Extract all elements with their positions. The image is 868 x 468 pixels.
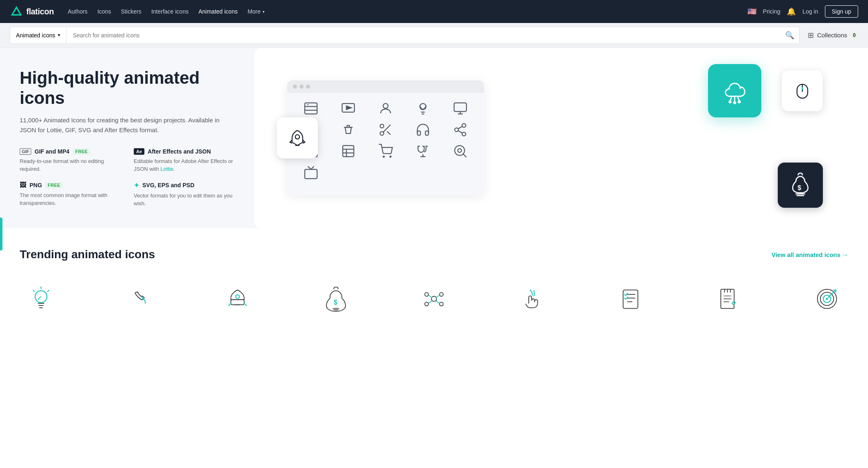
trending-section: Trending animated icons View all animate… [0,228,868,333]
mouse-icon-card[interactable] [782,70,823,111]
gif-free-badge: FREE [73,148,90,155]
grid-icon: ⊞ [808,31,814,40]
notification-bell-icon[interactable]: 🔔 [787,7,796,16]
feature-ae-desc: Editable formats for Adobe After Effects… [134,157,235,173]
feature-ae: Ae After Effects and JSON Editable forma… [134,148,235,173]
cloud-svg [720,76,749,106]
trending-icons-row: $ [20,278,848,320]
grid-icon-share[interactable] [451,121,469,139]
nav-icons[interactable]: Icons [93,6,115,17]
trending-icon-network[interactable] [413,278,455,320]
target-svg [812,284,842,314]
search-input-wrap: 🔍 [66,27,799,44]
grid-icon-computer[interactable] [451,99,469,117]
feature-gif-title: GIF GIF and MP4 FREE [20,148,121,155]
svg-point-14 [380,132,384,135]
hand-svg [518,284,547,314]
grid-icon-cart[interactable] [377,142,395,160]
svg-line-65 [436,295,440,298]
svg-point-62 [425,302,429,306]
trending-icon-network-box [419,284,449,314]
nav-links: Authors Icons Stickers Interface icons A… [64,6,744,17]
search-category-label: Animated icons [16,32,55,39]
signup-button[interactable]: Sign up [825,5,858,18]
ae-badge-icon: Ae [134,148,144,155]
grid-icon-person[interactable] [377,99,395,117]
trending-icon-checklist-box [616,284,645,314]
grid-icon-tv[interactable] [302,163,320,181]
feature-ae-title: Ae After Effects and JSON [134,148,235,155]
hero-right: $ [254,48,868,228]
svg-line-35 [730,96,732,101]
rocket-icon-card[interactable] [277,117,318,158]
grid-icon-scissors[interactable] [377,121,395,139]
grid-icon-trophy[interactable] [414,142,432,160]
trending-icon-target[interactable] [806,278,848,320]
svg-line-51 [33,290,34,291]
lottie-link[interactable]: Lottie [160,166,174,172]
svg-line-33 [463,154,466,157]
phone-svg [125,284,154,314]
svg-rect-10 [454,103,466,112]
nav-authors[interactable]: Authors [64,6,91,17]
svg-line-16 [387,131,391,135]
nav-stickers[interactable]: Stickers [117,6,146,17]
svg-rect-2 [305,103,317,114]
svg-point-32 [458,149,461,152]
pricing-link[interactable]: Pricing [763,8,781,15]
trending-icon-bulb[interactable] [20,278,62,320]
trending-icon-notes[interactable] [708,278,750,320]
search-category-dropdown[interactable]: Animated icons ▾ [10,27,66,44]
search-button[interactable]: 🔍 [780,27,799,44]
feature-gif-desc: Ready-to-use format with no editing requ… [20,157,121,173]
trending-icon-rocket[interactable] [216,278,259,320]
language-flag-icon[interactable]: 🇺🇸 [747,7,756,16]
money-bag-svg: $ [787,172,813,198]
feature-gif: GIF GIF and MP4 FREE Ready-to-use format… [20,148,121,173]
browser-dots [287,80,484,93]
trending-icon-phone[interactable] [118,278,161,320]
nav-more[interactable]: More ▾ [243,6,269,17]
trending-header: Trending animated icons View all animate… [20,248,848,261]
grid-icon-play[interactable] [339,99,357,117]
logo[interactable]: flaticon [10,5,54,18]
svg-point-54 [236,295,240,298]
rocket-svg [287,127,308,149]
trending-icon-target-box [812,284,842,314]
view-all-link[interactable]: View all animated icons → [772,251,848,258]
nav-animated-icons[interactable]: Animated icons [194,6,242,17]
trending-icon-checklist[interactable] [609,278,652,320]
feature-png: 🖼 PNG FREE The most common image format … [20,181,121,208]
grid-icon-table[interactable] [339,142,357,160]
grid-icon-bulb[interactable] [414,99,432,117]
svg-point-63 [440,302,443,306]
grid-icon-bucket[interactable] [339,121,357,139]
grid-icon-search-network[interactable] [451,142,469,160]
cloud-icon-card[interactable] [708,64,761,117]
trending-icon-hand[interactable] [511,278,554,320]
trending-icon-rocket-box [223,284,252,314]
svg-point-39 [734,102,736,104]
svg-rect-25 [343,146,354,157]
grid-icon-drawer[interactable] [302,99,320,117]
more-chevron: ▾ [263,9,265,14]
feature-svg-title: ✦ SVG, EPS and PSD [134,181,235,189]
grid-icon-headphone[interactable] [414,121,432,139]
svg-text:$: $ [797,184,801,191]
collections-button[interactable]: ⊞ Collections 0 [808,31,858,40]
svg-point-30 [390,156,391,157]
svg-line-21 [458,126,462,129]
trending-icon-money[interactable]: $ [315,278,357,320]
money-trending-svg: $ [321,284,351,314]
search-input[interactable] [66,27,799,44]
svg-point-17 [462,124,466,127]
trending-title: Trending animated icons [20,248,155,261]
login-button[interactable]: Log in [802,8,818,15]
money-icon-card[interactable]: $ [778,163,823,208]
navbar: flaticon Authors Icons Stickers Interfac… [0,0,868,23]
collections-label: Collections [817,32,847,39]
nav-interface-icons[interactable]: Interface icons [147,6,193,17]
left-accent-bar [0,218,2,250]
svg-point-13 [380,124,384,128]
svg-point-44 [295,135,299,139]
